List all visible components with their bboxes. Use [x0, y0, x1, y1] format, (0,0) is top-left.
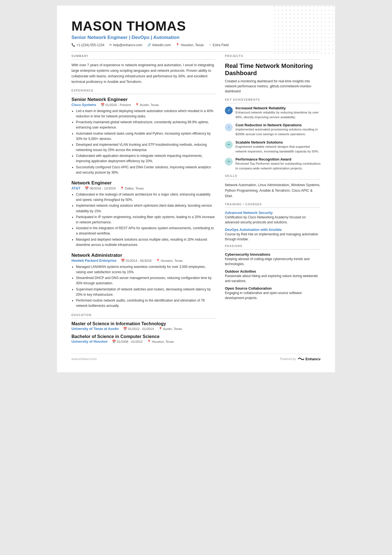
list-item: Collaborated with application developers…: [76, 153, 216, 164]
contact-email: ✉ help@enhancv.com: [109, 43, 142, 47]
training-1-desc: Course by Red Hat on implementing and ma…: [225, 232, 321, 242]
passion-1: Outdoor Activities Passionate about hiki…: [225, 269, 321, 283]
passion-2-desc: Engaging in collaborative and open-sourc…: [225, 290, 321, 300]
summary-section: SUMMARY With over 7 years of experience …: [71, 55, 216, 85]
job-1-location: 📍 Dallas, Texas: [120, 186, 144, 190]
achievement-2-content: Scalable Network Solutions Engineered sc…: [235, 140, 321, 154]
passion-0: Cybersecurity Innovations Keeping abreas…: [225, 252, 321, 267]
achievement-0: ✓ Increased Network Reliability Enhanced…: [225, 106, 321, 120]
edu-0-meta: University of Texas at Austin 📅 01/2012 …: [71, 327, 216, 331]
enhancv-logo: Enhancv: [298, 357, 321, 361]
list-item: Assisted in the integration of REST APIs…: [76, 226, 216, 236]
header: MASON THOMAS Senior Network Engineer | D…: [71, 19, 321, 47]
passions-label: PASSIONS: [225, 245, 321, 248]
project-title: Real Time Network Monitoring Dashboard: [225, 62, 321, 77]
achievement-1-icon: ☆: [225, 124, 233, 131]
training-section: TRAINING / COURSES Advanced Network Secu…: [225, 203, 321, 242]
calendar-icon: 📅: [101, 103, 105, 107]
linkedin-text: linkedin.com: [152, 43, 171, 47]
achievement-3-title: Performance Recognition Award: [235, 157, 321, 161]
training-1: DevOps Automation with Ansible Course by…: [225, 228, 321, 242]
training-label: TRAINING / COURSES: [225, 203, 321, 206]
contact-location: 📍 Houston, Texas: [176, 43, 204, 47]
achievement-0-content: Increased Network Reliability Enhanced n…: [235, 106, 321, 120]
footer: www.enhancv.com Powered by Enhancv: [71, 354, 321, 361]
skills-section: SKILLS Network Automation, Linux Adminis…: [225, 174, 321, 199]
achievement-0-icon: ✓: [225, 107, 233, 114]
edu-1: Bachelor of Science in Computer Science …: [71, 334, 216, 344]
edu-1-degree: Bachelor of Science in Computer Science: [71, 334, 216, 339]
list-item: Developed and implemented VLAN trunking …: [76, 142, 216, 153]
footer-website: www.enhancv.com: [71, 357, 97, 361]
list-item: Managed and deployed network solutions a…: [76, 237, 216, 248]
location-icon: 📍: [176, 43, 180, 47]
training-0: Advanced Network Security Certification …: [225, 211, 321, 225]
location-text: Houston, Texas: [181, 43, 204, 47]
job-1-bullets: Collaborated in the redesign of network …: [71, 192, 216, 248]
achievement-0-title: Increased Network Reliability: [235, 106, 321, 110]
job-1-company: AT&T: [71, 186, 80, 190]
job-0-meta: Cisco Systems 📅 01/2020 - Present 📍 Aust…: [71, 103, 216, 107]
job-0-bullets: Led a team in designing and deploying ne…: [71, 108, 216, 175]
edu-1-meta: University of Houston 📅 01/2008 - 01/201…: [71, 340, 216, 344]
job-0: Senior Network Engineer Cisco Systems 📅 …: [71, 97, 216, 175]
achievement-1-content: Cost Reduction in Network Operations Imp…: [235, 123, 321, 137]
achievement-2: ✏ Scalable Network Solutions Engineered …: [225, 140, 321, 154]
passion-0-desc: Keeping abreast of cutting-edge cybersec…: [225, 256, 321, 267]
passion-2: Open Source Collaboration Engaging in co…: [225, 286, 321, 300]
achievement-3-content: Performance Recognition Award Received T…: [235, 157, 321, 171]
edu-1-school: University of Houston: [71, 340, 108, 344]
job-2-title: Network Administrator: [71, 253, 216, 258]
list-item: Implemented network routing solutions wh…: [76, 203, 216, 214]
passion-1-title: Outdoor Activities: [225, 269, 321, 273]
location-icon-edu0: 📍: [158, 327, 162, 331]
job-2: Network Administrator Hewlett Packard En…: [71, 253, 216, 309]
achievement-2-desc: Engineered scalable network designs that…: [235, 144, 321, 154]
project-desc: Created a monitoring dashboard for real-…: [225, 79, 321, 94]
training-1-title: DevOps Automation with Ansible: [225, 228, 321, 232]
extra-icon: ☆: [209, 43, 212, 47]
passion-1-desc: Passionate about hiking and exploring na…: [225, 273, 321, 283]
list-item: Managed LAN/WAN systems ensuring seamles…: [76, 264, 216, 275]
list-item: Led a team in designing and deploying ne…: [76, 108, 216, 119]
passions-divider: [225, 249, 321, 250]
list-item: Collaborated in the redesign of network …: [76, 192, 216, 203]
edu-0-degree: Master of Science in Information Technol…: [71, 321, 216, 326]
achievements-divider: [225, 103, 321, 103]
main-content: SUMMARY With over 7 years of experience …: [71, 55, 321, 347]
email-icon: ✉: [109, 43, 112, 47]
header-divider: [71, 51, 321, 52]
job-1-dates: 📅 06/2016 - 12/2019: [85, 186, 115, 190]
achievement-1: ☆ Cost Reduction in Network Operations I…: [225, 123, 321, 137]
phone-text: +1-(234)-555-1234: [76, 43, 104, 47]
passions-section: PASSIONS Cybersecurity Innovations Keepi…: [225, 245, 321, 300]
location-icon-0: 📍: [135, 103, 139, 107]
achievement-2-title: Scalable Network Solutions: [235, 140, 321, 144]
right-column: PROJECTS Real Time Network Monitoring Da…: [225, 55, 321, 347]
job-0-location: 📍 Austin, Texas: [135, 103, 159, 107]
experience-divider: [71, 94, 216, 94]
achievement-3-icon: ✏: [225, 158, 233, 166]
list-item: Supervised implementation of network swi…: [76, 287, 216, 297]
experience-section: EXPERIENCE Senior Network Engineer Cisco…: [71, 89, 216, 309]
skills-text: Network Automation, Linux Administration…: [225, 182, 321, 199]
edu-0-location: 📍 Austin, Texas: [158, 327, 182, 331]
location-icon-edu1: 📍: [147, 340, 151, 344]
job-2-location: 📍 Houston, Texas: [156, 259, 183, 263]
education-section: EDUCATION Master of Science in Informati…: [71, 314, 216, 344]
list-item: Proactively maintained global network in…: [76, 120, 216, 130]
achievement-1-desc: Implemented automated provisioning solut…: [235, 127, 321, 137]
extra-text: Extra Field: [213, 43, 229, 47]
list-item: Streamlined DHCP and DNS server manageme…: [76, 275, 216, 286]
projects-divider: [225, 59, 321, 60]
achievement-2-icon: ✏: [225, 141, 233, 149]
candidate-name: MASON THOMAS: [71, 19, 321, 34]
skills-divider: [225, 179, 321, 179]
edu-0-school: University of Texas at Austin: [71, 327, 119, 331]
job-1: Network Engineer AT&T 📅 06/2016 - 12/201…: [71, 180, 216, 248]
left-column: SUMMARY With over 7 years of experience …: [71, 55, 216, 347]
projects-label: PROJECTS: [225, 55, 321, 58]
candidate-title: Senior Network Engineer | DevOps | Autom…: [71, 35, 321, 40]
achievement-1-title: Cost Reduction in Network Operations: [235, 123, 321, 127]
edu-1-dates: 📅 01/2008 - 01/2012: [112, 340, 143, 344]
